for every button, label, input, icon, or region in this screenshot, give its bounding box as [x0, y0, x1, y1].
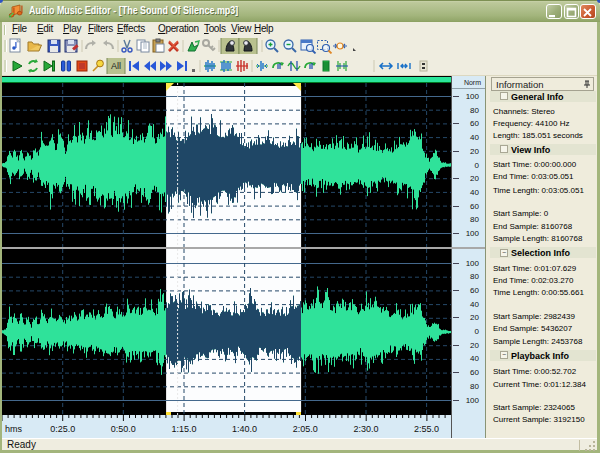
svg-text:All: All: [111, 61, 121, 71]
